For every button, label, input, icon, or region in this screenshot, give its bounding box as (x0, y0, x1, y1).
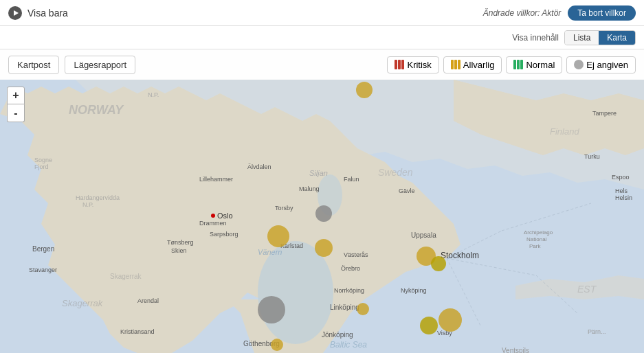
svg-text:Espoo: Espoo (612, 174, 630, 181)
play-button[interactable] (8, 6, 22, 20)
svg-text:Skien: Skien (171, 247, 187, 254)
svg-text:Linköping: Linköping (330, 304, 359, 311)
kritisk-icon (395, 60, 404, 69)
svg-text:Stockholm: Stockholm (441, 251, 479, 260)
svg-point-65 (271, 339, 283, 351)
svg-text:Jönköping: Jönköping (322, 331, 353, 339)
svg-text:Malung: Malung (299, 185, 320, 192)
svg-text:Västerås: Västerås (344, 251, 368, 258)
svg-text:Park: Park (529, 243, 541, 249)
svg-point-58 (267, 225, 289, 247)
svg-text:National: National (526, 236, 547, 242)
svg-text:Kristiansand: Kristiansand (120, 328, 155, 335)
svg-text:EST: EST (577, 284, 597, 295)
svg-text:Örebro: Örebro (341, 265, 360, 272)
svg-text:Sarpsborg: Sarpsborg (210, 231, 238, 238)
svg-point-63 (438, 308, 462, 332)
svg-text:Skagerrak: Skagerrak (110, 273, 142, 280)
zoom-out-button[interactable]: - (7, 104, 25, 122)
tab-group: Lista Karta (564, 30, 636, 45)
zoom-controls: + - (7, 87, 25, 122)
legend-kritisk[interactable]: Kritisk (387, 56, 438, 73)
legend-allvarlig[interactable]: Allvarlig (443, 56, 502, 73)
svg-text:Vänern: Vänern (258, 248, 282, 256)
normal-icon (513, 60, 523, 69)
zoom-in-button[interactable]: + (7, 87, 25, 104)
svg-point-62 (357, 303, 369, 315)
top-bar-left: Visa bara (8, 6, 68, 20)
svg-text:Norrköping: Norrköping (334, 287, 364, 294)
tab-lista[interactable]: Lista (565, 31, 599, 45)
allvarlig-label: Allvarlig (463, 60, 495, 70)
svg-point-70 (315, 205, 332, 222)
legend-group: Kritisk Allvarlig Normal Ej angiven (387, 56, 636, 73)
svg-text:Sogne: Sogne (34, 157, 52, 163)
svg-text:Pärn...: Pärn... (588, 328, 606, 335)
svg-text:Archipelago: Archipelago (524, 229, 553, 236)
svg-text:Drammen: Drammen (199, 220, 227, 227)
svg-point-69 (258, 296, 285, 323)
toolbar: Kartpost Lägesrapport Kritisk Allvarlig (0, 49, 644, 80)
svg-text:Sweden: Sweden (378, 167, 413, 178)
svg-point-68 (356, 82, 373, 98)
svg-text:N.P.: N.P. (82, 201, 93, 208)
svg-text:Fjord: Fjord (34, 163, 49, 170)
svg-text:Falun: Falun (344, 176, 359, 183)
svg-text:Stavanger: Stavanger (29, 266, 57, 273)
svg-text:Älvdalen: Älvdalen (247, 163, 271, 170)
svg-point-64 (420, 317, 438, 334)
svg-text:Oslo: Oslo (217, 212, 233, 220)
visa-innehall-label: Visa innehåll (512, 33, 559, 43)
top-bar: Visa bara Ändrade villkor: Aktör Ta bort… (0, 0, 644, 26)
svg-text:Gävle: Gävle (399, 187, 415, 194)
svg-text:Tampere: Tampere (592, 110, 617, 117)
ta-bort-button[interactable]: Ta bort villkor (568, 5, 636, 21)
andrade-text: Ändrade villkor: Aktör (483, 8, 562, 18)
lagesrapport-button[interactable]: Lägesrapport (65, 56, 135, 74)
svg-text:N.P.: N.P. (148, 91, 159, 98)
normal-label: Normal (526, 60, 555, 70)
kritisk-label: Kritisk (407, 60, 431, 70)
second-bar: Visa innehåll Lista Karta (0, 26, 644, 49)
map-container[interactable]: NORWAY Sweden Finland EST Skagerrak Skag… (0, 80, 644, 353)
svg-text:Arendal: Arendal (137, 297, 159, 304)
svg-text:Torsby: Torsby (275, 205, 293, 212)
top-bar-right: Ändrade villkor: Aktör Ta bort villkor (483, 5, 636, 21)
legend-normal[interactable]: Normal (506, 56, 562, 73)
allvarlig-icon (451, 60, 460, 69)
svg-text:Hardangervidda: Hardangervidda (76, 194, 120, 201)
svg-text:Turku: Turku (584, 153, 600, 160)
svg-text:Baltic Sea: Baltic Sea (330, 340, 367, 350)
svg-text:Hels: Hels (615, 187, 628, 194)
visa-bara-label: Visa bara (27, 8, 68, 19)
svg-text:Bergen: Bergen (32, 245, 54, 253)
svg-text:Skagerrak: Skagerrak (62, 298, 104, 308)
ej-angiven-label: Ej angiven (586, 60, 628, 70)
svg-point-10 (211, 214, 215, 218)
svg-point-61 (431, 256, 446, 271)
map-svg: NORWAY Sweden Finland EST Skagerrak Skag… (0, 80, 644, 353)
svg-text:NORWAY: NORWAY (69, 103, 124, 117)
svg-point-59 (315, 239, 333, 257)
svg-text:Siljan: Siljan (309, 169, 328, 177)
svg-text:Finland: Finland (550, 126, 579, 137)
svg-text:Tønsberg: Tønsberg (167, 239, 194, 246)
svg-text:Ventspils: Ventspils (502, 347, 529, 353)
svg-text:Uppsala: Uppsala (411, 231, 436, 239)
svg-text:Helsin: Helsin (615, 194, 632, 201)
ej-angiven-icon (574, 60, 584, 69)
legend-ej-angiven[interactable]: Ej angiven (566, 56, 636, 73)
svg-text:Lillehammer: Lillehammer (199, 176, 233, 183)
tab-karta[interactable]: Karta (599, 31, 635, 45)
kartpost-button[interactable]: Kartpost (8, 56, 59, 74)
svg-text:Nyköping: Nyköping (401, 287, 427, 294)
